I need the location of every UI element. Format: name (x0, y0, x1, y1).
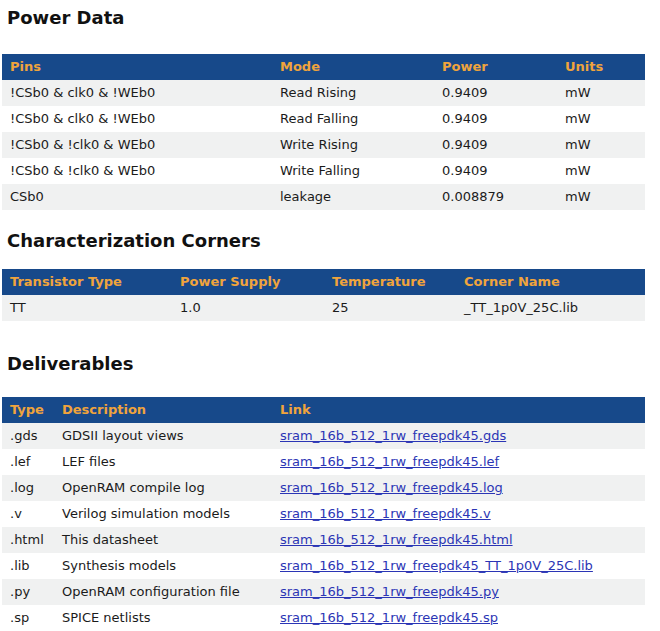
table-row: !CSb0 & clk0 & !WEb0 Read Falling 0.9409… (2, 106, 645, 132)
description-cell: OpenRAM compile log (54, 475, 272, 501)
deliverables-col-header-link: Link (272, 397, 645, 423)
table-row: CSb0 leakage 0.008879 mW (2, 184, 645, 210)
table-row: .py OpenRAM configuration file sram_16b_… (2, 579, 645, 605)
temperature-cell: 25 (324, 295, 456, 321)
table-row: .html This datasheet sram_16b_512_1rw_fr… (2, 527, 645, 553)
power-cell: 0.9409 (434, 80, 557, 106)
mode-cell: Write Rising (272, 132, 434, 158)
table-row: !CSb0 & !clk0 & WEb0 Write Falling 0.940… (2, 158, 645, 184)
type-cell: .gds (2, 423, 54, 449)
type-cell: .lef (2, 449, 54, 475)
power-col-header-pins: Pins (2, 54, 272, 80)
table-row: !CSb0 & clk0 & !WEb0 Read Rising 0.9409 … (2, 80, 645, 106)
units-cell: mW (557, 132, 645, 158)
description-cell: Verilog simulation models (54, 501, 272, 527)
deliverable-file-link[interactable]: sram_16b_512_1rw_freepdk45.v (280, 506, 491, 521)
power-col-header-units: Units (557, 54, 645, 80)
type-cell: .py (2, 579, 54, 605)
characterization-corners-heading: Characterization Corners (7, 230, 660, 252)
corners-col-header-corner-name: Corner Name (456, 269, 645, 295)
deliverable-file-link[interactable]: sram_16b_512_1rw_freepdk45_TT_1p0V_25C.l… (280, 558, 593, 573)
description-cell: LEF files (54, 449, 272, 475)
mode-cell: Read Rising (272, 80, 434, 106)
power-cell: 0.008879 (434, 184, 557, 210)
table-row: .v Verilog simulation models sram_16b_51… (2, 501, 645, 527)
units-cell: mW (557, 106, 645, 132)
type-cell: .sp (2, 605, 54, 631)
table-row: .lef LEF files sram_16b_512_1rw_freepdk4… (2, 449, 645, 475)
pins-cell: !CSb0 & !clk0 & WEb0 (2, 132, 272, 158)
deliverable-file-link[interactable]: sram_16b_512_1rw_freepdk45.lef (280, 454, 499, 469)
deliverable-file-link[interactable]: sram_16b_512_1rw_freepdk45.py (280, 584, 499, 599)
pins-cell: !CSb0 & !clk0 & WEb0 (2, 158, 272, 184)
datasheet-page: Power Data Pins Mode Power Units !CSb0 &… (0, 0, 660, 631)
corners-col-header-power-supply: Power Supply (172, 269, 324, 295)
power-data-heading: Power Data (7, 7, 660, 29)
type-cell: .html (2, 527, 54, 553)
deliverables-table: Type Description Link .gds GDSII layout … (2, 397, 645, 631)
power-cell: 0.9409 (434, 132, 557, 158)
deliverables-table-header-row: Type Description Link (2, 397, 645, 423)
description-cell: OpenRAM configuration file (54, 579, 272, 605)
table-row: TT 1.0 25 _TT_1p0V_25C.lib (2, 295, 645, 321)
table-row: .sp SPICE netlists sram_16b_512_1rw_free… (2, 605, 645, 631)
table-row: .gds GDSII layout views sram_16b_512_1rw… (2, 423, 645, 449)
deliverable-file-link[interactable]: sram_16b_512_1rw_freepdk45.sp (280, 610, 498, 625)
characterization-corners-table: Transistor Type Power Supply Temperature… (2, 269, 645, 321)
table-row: !CSb0 & !clk0 & WEb0 Write Rising 0.9409… (2, 132, 645, 158)
pins-cell: !CSb0 & clk0 & !WEb0 (2, 80, 272, 106)
corners-col-header-temperature: Temperature (324, 269, 456, 295)
corners-table-header-row: Transistor Type Power Supply Temperature… (2, 269, 645, 295)
description-cell: Synthesis models (54, 553, 272, 579)
description-cell: GDSII layout views (54, 423, 272, 449)
deliverables-col-header-description: Description (54, 397, 272, 423)
corner-name-cell: _TT_1p0V_25C.lib (456, 295, 645, 321)
deliverable-file-link[interactable]: sram_16b_512_1rw_freepdk45.gds (280, 428, 506, 443)
power-data-table: Pins Mode Power Units !CSb0 & clk0 & !WE… (2, 54, 645, 210)
description-cell: SPICE netlists (54, 605, 272, 631)
mode-cell: Write Falling (272, 158, 434, 184)
deliverable-file-link[interactable]: sram_16b_512_1rw_freepdk45.log (280, 480, 503, 495)
type-cell: .lib (2, 553, 54, 579)
corners-col-header-transistor-type: Transistor Type (2, 269, 172, 295)
power-col-header-power: Power (434, 54, 557, 80)
table-row: .log OpenRAM compile log sram_16b_512_1r… (2, 475, 645, 501)
power-cell: 0.9409 (434, 106, 557, 132)
mode-cell: Read Falling (272, 106, 434, 132)
power-col-header-mode: Mode (272, 54, 434, 80)
mode-cell: leakage (272, 184, 434, 210)
units-cell: mW (557, 80, 645, 106)
pins-cell: !CSb0 & clk0 & !WEb0 (2, 106, 272, 132)
type-cell: .v (2, 501, 54, 527)
deliverables-heading: Deliverables (7, 353, 660, 375)
type-cell: .log (2, 475, 54, 501)
power-cell: 0.9409 (434, 158, 557, 184)
table-row: .lib Synthesis models sram_16b_512_1rw_f… (2, 553, 645, 579)
units-cell: mW (557, 158, 645, 184)
deliverables-col-header-type: Type (2, 397, 54, 423)
power-supply-cell: 1.0 (172, 295, 324, 321)
power-table-header-row: Pins Mode Power Units (2, 54, 645, 80)
transistor-type-cell: TT (2, 295, 172, 321)
description-cell: This datasheet (54, 527, 272, 553)
pins-cell: CSb0 (2, 184, 272, 210)
units-cell: mW (557, 184, 645, 210)
deliverable-file-link[interactable]: sram_16b_512_1rw_freepdk45.html (280, 532, 513, 547)
